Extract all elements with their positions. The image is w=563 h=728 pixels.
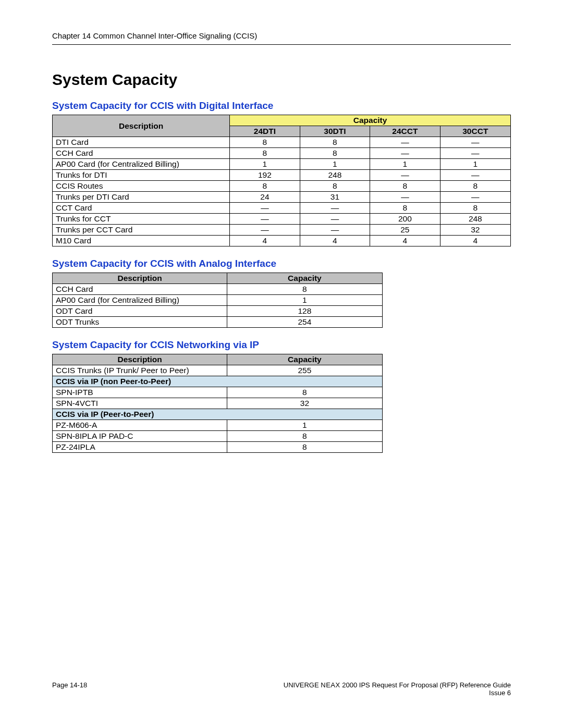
cell-value: 32 xyxy=(227,398,382,409)
table-row: M10 Card4444 xyxy=(53,236,511,246)
th-description: Description xyxy=(53,354,227,365)
table-row: Trunks for CCT——200248 xyxy=(53,214,511,225)
th-capacity: Capacity xyxy=(227,273,382,284)
table-row: CCT Card——88 xyxy=(53,203,511,214)
cell-value: — xyxy=(440,148,510,159)
cell-value: — xyxy=(230,225,300,236)
cell-value: 1 xyxy=(440,159,510,170)
cell-value: — xyxy=(440,170,510,181)
heading-digital: System Capacity for CCIS with Digital In… xyxy=(52,100,511,112)
cell-description: SPN-8IPLA IP PAD-C xyxy=(53,431,227,442)
cell-value: — xyxy=(370,148,440,159)
table-row: Trunks per CCT Card——2532 xyxy=(53,225,511,236)
table-row: SPN-IPTB8 xyxy=(53,387,383,398)
cell-description: CCIS Trunks (IP Trunk/ Peer to Peer) xyxy=(53,365,227,376)
running-header: Chapter 14 Common Channel Inter-Office S… xyxy=(52,31,511,40)
cell-value: — xyxy=(300,225,370,236)
cell-value: 8 xyxy=(440,181,510,192)
th-capacity: Capacity xyxy=(227,354,382,365)
cell-value: 1 xyxy=(300,159,370,170)
cell-description: CCT Card xyxy=(53,203,230,214)
footer-page: Page 14-18 xyxy=(52,681,87,697)
cell-description: ODT Trunks xyxy=(53,317,227,328)
cell-value: — xyxy=(370,170,440,181)
table-digital: Description Capacity 24DTI30DTI24CCT30CC… xyxy=(52,115,511,246)
cell-value: — xyxy=(370,192,440,203)
cell-value: 128 xyxy=(227,306,382,317)
page-title: System Capacity xyxy=(52,71,511,89)
cell-value: 8 xyxy=(300,181,370,192)
cell-description: CCIS Routes xyxy=(53,181,230,192)
cell-value: 25 xyxy=(370,225,440,236)
th-description: Description xyxy=(53,115,230,137)
cell-description: DTI Card xyxy=(53,137,230,148)
cell-description: Trunks for CCT xyxy=(53,214,230,225)
th-description: Description xyxy=(53,273,227,284)
cell-value: 1 xyxy=(230,159,300,170)
footer-issue: Issue 6 xyxy=(489,689,511,697)
cell-value: 248 xyxy=(440,214,510,225)
cell-description: AP00 Card (for Centralized Billing) xyxy=(53,295,227,306)
cell-description: SPN-4VCTI xyxy=(53,398,227,409)
cell-value: 8 xyxy=(230,181,300,192)
cell-value: 192 xyxy=(230,170,300,181)
cell-value: 254 xyxy=(227,317,382,328)
table-row: CCIS Routes8888 xyxy=(53,181,511,192)
table-row: CCH Card8 xyxy=(53,284,383,295)
cell-value: — xyxy=(230,203,300,214)
th-col: 30DTI xyxy=(300,126,370,137)
cell-value: — xyxy=(230,214,300,225)
th-col: 24CCT xyxy=(370,126,440,137)
cell-value: 8 xyxy=(227,284,382,295)
cell-value: 248 xyxy=(300,170,370,181)
table-row: PZ-24IPLA8 xyxy=(53,442,383,453)
cell-value: 8 xyxy=(370,181,440,192)
cell-value: 8 xyxy=(230,137,300,148)
header-rule xyxy=(52,44,511,45)
cell-value: 200 xyxy=(370,214,440,225)
cell-value: 255 xyxy=(227,365,382,376)
heading-analog: System Capacity for CCIS with Analog Int… xyxy=(52,258,511,269)
cell-description: ODT Card xyxy=(53,306,227,317)
table-row: AP00 Card (for Centralized Billing)1111 xyxy=(53,159,511,170)
th-col: 24DTI xyxy=(230,126,300,137)
cell-value: 8 xyxy=(227,387,382,398)
cell-value: — xyxy=(370,137,440,148)
cell-description: SPN-IPTB xyxy=(53,387,227,398)
table-analog: Description Capacity CCH Card8AP00 Card … xyxy=(52,273,383,328)
table-subheader: CCIS via IP (non Peer-to-Peer) xyxy=(53,376,383,387)
cell-value: 8 xyxy=(227,431,382,442)
cell-description: PZ-24IPLA xyxy=(53,442,227,453)
table-subheader: CCIS via IP (Peer-to-Peer) xyxy=(53,409,383,420)
table-row: AP00 Card (for Centralized Billing)1 xyxy=(53,295,383,306)
cell-description: PZ-M606-A xyxy=(53,420,227,431)
cell-value: 8 xyxy=(300,148,370,159)
footer-product: UNIVERGE NEAX 2000 IPS Request For Propo… xyxy=(284,681,511,689)
cell-value: — xyxy=(300,214,370,225)
table-row: CCIS Trunks (IP Trunk/ Peer to Peer)255 xyxy=(53,365,383,376)
cell-value: 31 xyxy=(300,192,370,203)
cell-subheader: CCIS via IP (Peer-to-Peer) xyxy=(53,409,383,420)
th-col: 30CCT xyxy=(440,126,510,137)
cell-description: M10 Card xyxy=(53,236,230,246)
cell-description: Trunks per CCT Card xyxy=(53,225,230,236)
heading-ip: System Capacity for CCIS Networking via … xyxy=(52,339,511,351)
cell-value: — xyxy=(440,192,510,203)
table-row: Trunks per DTI Card2431—— xyxy=(53,192,511,203)
cell-value: 4 xyxy=(440,236,510,246)
cell-value: 8 xyxy=(230,148,300,159)
cell-value: 8 xyxy=(370,203,440,214)
cell-value: 8 xyxy=(440,203,510,214)
cell-value: 32 xyxy=(440,225,510,236)
table-row: ODT Card128 xyxy=(53,306,383,317)
cell-value: 24 xyxy=(230,192,300,203)
cell-value: 1 xyxy=(227,295,382,306)
cell-value: 4 xyxy=(300,236,370,246)
cell-description: CCH Card xyxy=(53,148,230,159)
cell-value: 1 xyxy=(227,420,382,431)
cell-value: 8 xyxy=(300,137,370,148)
table-row: SPN-8IPLA IP PAD-C8 xyxy=(53,431,383,442)
cell-value: 4 xyxy=(370,236,440,246)
cell-value: 8 xyxy=(227,442,382,453)
cell-value: 4 xyxy=(230,236,300,246)
